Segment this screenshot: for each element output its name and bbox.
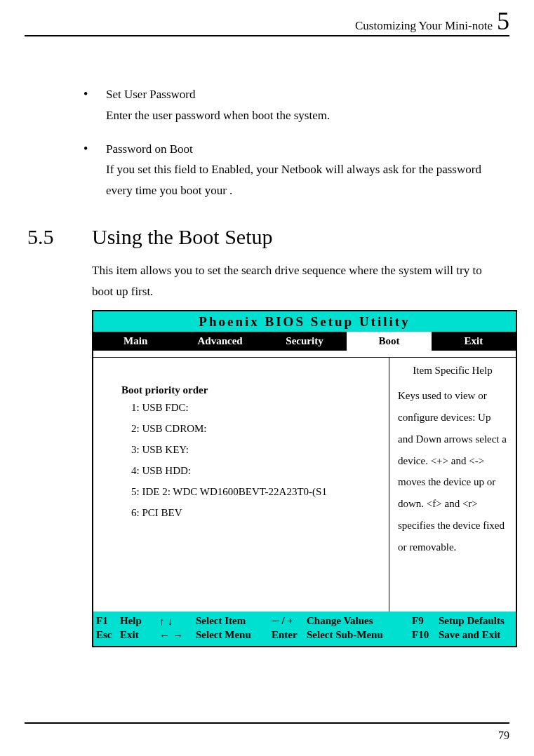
footer-action-setup-defaults: Setup Defaults	[439, 615, 505, 627]
section-number: 5.5	[25, 225, 92, 249]
footer-key-f10: F10	[412, 629, 439, 641]
boot-item[interactable]: 4: USB HDD:	[131, 465, 380, 477]
header-title: Customizing Your Mini-note	[355, 19, 493, 33]
footer-action-select-submenu: Select Sub-Menu	[307, 629, 412, 641]
bios-left-pane: Boot priority order 1: USB FDC: 2: USB C…	[93, 358, 389, 612]
bullet-title: Password on Boot	[106, 139, 502, 160]
tab-advanced[interactable]: Advanced	[178, 332, 262, 351]
footer-action-help: Help	[120, 615, 159, 627]
tab-security[interactable]: Security	[262, 332, 347, 351]
footer-key-f1: F1	[96, 615, 120, 627]
section-heading: 5.5 Using the Boot Setup	[25, 225, 509, 249]
boot-item[interactable]: 3: USB KEY:	[131, 444, 380, 456]
footer-action-change-values: Change Values	[307, 615, 412, 627]
bullet-description: Enter the user password when boot the sy…	[106, 105, 502, 126]
bullet-description: If you set this field to Enabled, your N…	[106, 159, 502, 201]
footer-key-f9: F9	[412, 615, 439, 627]
bullet-set-user-password: • Set User Password Enter the user passw…	[84, 84, 509, 126]
tab-main[interactable]: Main	[93, 332, 178, 351]
bullet-title: Set User Password	[106, 84, 502, 105]
bios-tab-bar: Main Advanced Security Boot Exit	[93, 332, 516, 351]
footer-key-enter: Enter	[272, 629, 307, 641]
bios-footer: F1 Help ↑ ↓ Select Item ─ / + Change Val…	[93, 612, 516, 646]
tab-boot[interactable]: Boot	[347, 332, 431, 351]
bios-title: Phoenix BIOS Setup Utility	[93, 311, 516, 332]
help-title: Item Specific Help	[398, 365, 507, 377]
bullet-marker: •	[84, 84, 106, 126]
footer-action-select-menu: Select Menu	[196, 629, 272, 641]
bullet-password-on-boot: • Password on Boot If you set this field…	[84, 139, 509, 201]
footer-action-save-exit: Save and Exit	[439, 629, 500, 641]
boot-item[interactable]: 6: PCI BEV	[131, 507, 380, 519]
arrows-updown-icon: ↑ ↓	[159, 615, 196, 627]
tab-exit[interactable]: Exit	[432, 332, 516, 351]
tab-gap	[93, 351, 516, 358]
header-chapter-number: 5	[497, 8, 509, 34]
bios-setup-utility: Phoenix BIOS Setup Utility Main Advanced…	[92, 310, 517, 647]
section-title: Using the Boot Setup	[92, 225, 273, 249]
boot-item[interactable]: 1: USB FDC:	[131, 402, 380, 414]
page-header: Customizing Your Mini-note 5	[25, 0, 509, 36]
boot-item[interactable]: 5: IDE 2: WDC WD1600BEVT-22A23T0-(S1	[131, 486, 380, 498]
bios-help-pane: Item Specific Help Keys used to view or …	[389, 358, 516, 612]
page-number: 79	[498, 729, 509, 741]
help-text: Keys used to view or configure devices: …	[398, 385, 507, 558]
footer-key-esc: Esc	[96, 629, 120, 641]
bullet-marker: •	[84, 139, 106, 201]
boot-priority-title: Boot priority order	[121, 384, 380, 396]
section-intro: This item allows you to set the search d…	[92, 260, 509, 302]
footer-action-exit: Exit	[120, 629, 159, 641]
page-footer: 79	[25, 722, 509, 742]
footer-action-select-item: Select Item	[196, 615, 272, 627]
footer-key-minusplus: ─ / +	[272, 615, 307, 627]
boot-item[interactable]: 2: USB CDROM:	[131, 423, 380, 435]
arrows-leftright-icon: ← →	[159, 629, 196, 641]
